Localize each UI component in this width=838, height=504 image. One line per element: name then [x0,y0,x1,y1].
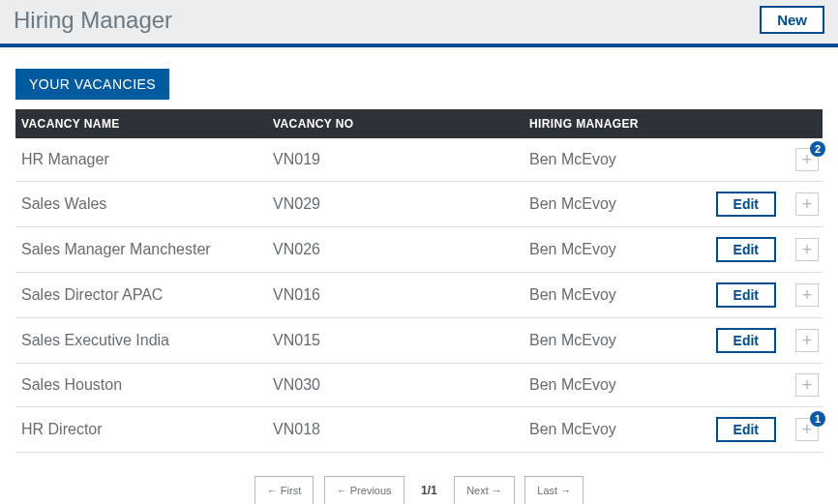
edit-button[interactable]: Edit [716,237,776,262]
col-header-manager: HIRING MANAGER [524,109,823,138]
vacancy-name-cell: Sales Director APAC [15,273,267,318]
pagination-first[interactable]: ← First [254,476,314,504]
vacancy-no-cell: VN018 [267,407,524,453]
actions-cell: Edit+ [663,227,823,273]
count-badge: 2 [810,141,825,157]
hiring-manager-cell: Ben McEvoy [524,182,663,227]
vacancy-no-cell: VN016 [267,273,524,318]
table-row: Sales WalesVN029Ben McEvoyEdit+ [15,182,823,227]
new-button[interactable]: New [760,6,824,34]
table-row: Sales Director APACVN016Ben McEvoyEdit+ [15,273,823,318]
pagination: ← First ← Previous 1/1 Next → Last → [15,476,823,504]
edit-button[interactable]: Edit [716,192,776,217]
hiring-manager-cell: Ben McEvoy [524,227,663,273]
vacancy-no-cell: VN029 [267,182,524,227]
content-area: YOUR VACANCIES VACANCY NAME VACANCY NO H… [0,47,838,504]
edit-button[interactable]: Edit [716,282,776,308]
actions-cell: Edit+ [663,318,823,364]
table-header-row: VACANCY NAME VACANCY NO HIRING MANAGER [15,109,823,138]
add-icon[interactable]: + [795,238,819,261]
vacancy-no-cell: VN019 [267,138,524,182]
header-bar: Hiring Manager New [0,0,838,47]
vacancy-no-cell: VN030 [267,364,524,407]
vacancy-name-cell: Sales Manager Manchester [15,227,267,273]
hiring-manager-cell: Ben McEvoy [524,138,663,182]
hiring-manager-cell: Ben McEvoy [524,273,663,318]
table-row: Sales Manager ManchesterVN026Ben McEvoyE… [15,227,823,273]
add-icon[interactable]: + [795,373,819,397]
add-icon[interactable]: + [795,193,819,216]
edit-button[interactable]: Edit [716,417,776,442]
pagination-previous[interactable]: ← Previous [324,476,404,504]
page-title: Hiring Manager [14,7,172,34]
add-icon[interactable]: + [795,329,819,352]
col-header-no: VACANCY NO [267,109,524,138]
pagination-info: 1/1 [421,484,437,497]
col-header-name: VACANCY NAME [15,109,267,138]
section-tab-your-vacancies[interactable]: YOUR VACANCIES [15,69,169,100]
table-row: HR ManagerVN019Ben McEvoy+2 [15,138,823,182]
actions-cell: Edit+1 [663,407,823,453]
add-icon[interactable]: + [795,283,819,307]
vacancy-no-cell: VN026 [267,227,524,273]
pagination-next[interactable]: Next → [454,476,515,504]
vacancies-table: VACANCY NAME VACANCY NO HIRING MANAGER H… [15,109,823,453]
pagination-last[interactable]: Last → [524,476,584,504]
actions-cell: Edit+ [663,182,823,227]
vacancy-name-cell: Sales Houston [15,364,267,407]
hiring-manager-cell: Ben McEvoy [524,318,663,364]
vacancy-name-cell: HR Manager [15,138,267,182]
actions-cell: Edit+ [663,273,823,318]
vacancy-name-cell: Sales Executive India [15,318,267,364]
vacancy-name-cell: HR Director [15,407,267,453]
edit-button[interactable]: Edit [716,328,776,353]
table-row: Sales HoustonVN030Ben McEvoy+ [15,364,823,407]
vacancy-name-cell: Sales Wales [15,182,267,227]
add-icon[interactable]: +1 [795,418,819,441]
count-badge: 1 [810,411,825,427]
actions-cell: +2 [663,138,823,182]
table-row: HR DirectorVN018Ben McEvoyEdit+1 [15,407,823,453]
table-body: HR ManagerVN019Ben McEvoy+2Sales WalesVN… [15,138,823,453]
add-icon[interactable]: +2 [795,148,819,171]
actions-cell: + [663,364,823,407]
hiring-manager-cell: Ben McEvoy [524,407,663,453]
hiring-manager-cell: Ben McEvoy [524,364,663,407]
vacancy-no-cell: VN015 [267,318,524,364]
table-row: Sales Executive IndiaVN015Ben McEvoyEdit… [15,318,823,364]
